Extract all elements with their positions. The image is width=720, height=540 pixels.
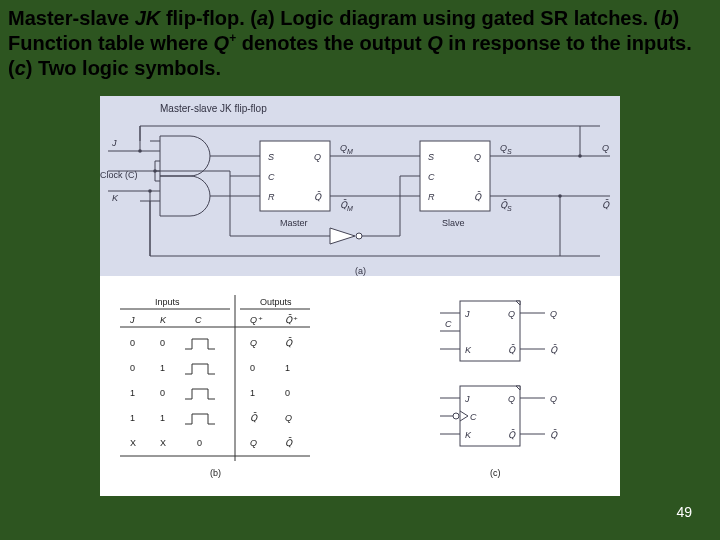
clock-pulse-icon bbox=[185, 339, 215, 349]
svg-text:0: 0 bbox=[197, 438, 202, 448]
svg-text:S: S bbox=[268, 152, 274, 162]
svg-point-34 bbox=[356, 233, 362, 239]
caption-c: (c) bbox=[490, 468, 501, 478]
svg-text:Q̄S: Q̄S bbox=[500, 199, 512, 212]
logic-symbols-c: J C K QQ Q̄Q̄ J C K QQ Q̄Q̄ (c) bbox=[400, 291, 600, 481]
header-outputs: Outputs bbox=[260, 297, 292, 307]
svg-text:Q: Q bbox=[250, 338, 257, 348]
table-row: 0 0 Q Q̄ bbox=[130, 337, 293, 349]
svg-text:Q: Q bbox=[550, 394, 557, 404]
svg-text:Q: Q bbox=[285, 413, 292, 423]
svg-text:1: 1 bbox=[130, 413, 135, 423]
clock-pulse-icon bbox=[185, 414, 215, 424]
svg-text:Q̄: Q̄ bbox=[250, 412, 258, 423]
clock-pulse-icon bbox=[185, 364, 215, 374]
svg-text:J: J bbox=[464, 394, 470, 404]
svg-text:0: 0 bbox=[160, 338, 165, 348]
svg-text:Q̄: Q̄ bbox=[508, 344, 516, 355]
svg-text:Q: Q bbox=[508, 309, 515, 319]
logic-diagram-a: Master-slave JK flip-flop J Clock (C) K bbox=[100, 96, 620, 276]
caption-a: (a) bbox=[355, 266, 366, 276]
svg-text:Q: Q bbox=[550, 309, 557, 319]
input-k: K bbox=[112, 193, 119, 203]
svg-text:1: 1 bbox=[285, 363, 290, 373]
svg-text:0: 0 bbox=[130, 338, 135, 348]
svg-text:K: K bbox=[160, 315, 167, 325]
svg-text:S: S bbox=[428, 152, 434, 162]
table-row: 1 0 1 0 bbox=[130, 388, 290, 399]
heading-text: Master-slave JK flip-flop. (a) Logic dia… bbox=[8, 7, 692, 79]
svg-text:Q: Q bbox=[508, 394, 515, 404]
svg-text:1: 1 bbox=[160, 363, 165, 373]
master-label: Master bbox=[280, 218, 308, 228]
svg-text:Q̄: Q̄ bbox=[285, 337, 293, 348]
slide-heading: Master-slave JK flip-flop. (a) Logic dia… bbox=[8, 6, 708, 81]
svg-text:1: 1 bbox=[160, 413, 165, 423]
header-inputs: Inputs bbox=[155, 297, 180, 307]
svg-text:C: C bbox=[445, 319, 452, 329]
svg-text:0: 0 bbox=[285, 388, 290, 398]
svg-text:1: 1 bbox=[250, 388, 255, 398]
input-clock: Clock (C) bbox=[100, 170, 138, 180]
svg-text:R: R bbox=[428, 192, 435, 202]
input-j: J bbox=[111, 138, 117, 148]
bubble-icon bbox=[453, 413, 459, 419]
svg-text:J: J bbox=[464, 309, 470, 319]
clock-pulse-icon bbox=[185, 389, 215, 399]
svg-text:C: C bbox=[428, 172, 435, 182]
slide-number: 49 bbox=[676, 504, 692, 520]
figure-panel: Master-slave JK flip-flop J Clock (C) K bbox=[100, 96, 620, 496]
svg-text:Q̄M: Q̄M bbox=[340, 199, 353, 212]
table-row: X X 0 Q Q̄ bbox=[130, 437, 293, 448]
svg-text:0: 0 bbox=[250, 363, 255, 373]
function-table-b: Inputs Outputs J K C Q⁺ Q̄⁺ 0 0 Q Q̄ bbox=[100, 291, 360, 481]
svg-text:0: 0 bbox=[130, 363, 135, 373]
table-row: 1 1 Q̄ Q bbox=[130, 412, 292, 424]
svg-text:0: 0 bbox=[160, 388, 165, 398]
svg-text:Q̄: Q̄ bbox=[474, 191, 482, 202]
svg-text:C: C bbox=[195, 315, 202, 325]
and-gate-top-icon bbox=[160, 136, 210, 176]
svg-text:1: 1 bbox=[130, 388, 135, 398]
svg-text:K: K bbox=[465, 430, 472, 440]
svg-text:Q⁺: Q⁺ bbox=[250, 315, 263, 325]
output-q: Q bbox=[602, 143, 609, 153]
table-row: 0 1 0 1 bbox=[130, 363, 290, 374]
inverter-icon bbox=[330, 228, 355, 244]
svg-text:Q̄: Q̄ bbox=[550, 344, 558, 355]
svg-text:Q̄: Q̄ bbox=[314, 191, 322, 202]
svg-text:Q̄⁺: Q̄⁺ bbox=[285, 314, 298, 325]
svg-text:X: X bbox=[130, 438, 136, 448]
svg-text:Q̄: Q̄ bbox=[550, 429, 558, 440]
svg-text:J: J bbox=[129, 315, 135, 325]
svg-text:Q: Q bbox=[314, 152, 321, 162]
svg-text:C: C bbox=[470, 412, 477, 422]
svg-text:Q: Q bbox=[250, 438, 257, 448]
svg-text:QS: QS bbox=[500, 143, 512, 155]
svg-text:Q: Q bbox=[474, 152, 481, 162]
svg-text:K: K bbox=[465, 345, 472, 355]
svg-text:R: R bbox=[268, 192, 275, 202]
svg-text:C: C bbox=[268, 172, 275, 182]
and-gate-bot-icon bbox=[160, 176, 210, 216]
svg-text:QM: QM bbox=[340, 143, 353, 155]
slave-label: Slave bbox=[442, 218, 465, 228]
caption-b: (b) bbox=[210, 468, 221, 478]
output-qbar: Q̄ bbox=[602, 199, 610, 210]
diagram-title: Master-slave JK flip-flop bbox=[160, 103, 267, 114]
svg-text:Q̄: Q̄ bbox=[508, 429, 516, 440]
slide: Master-slave JK flip-flop. (a) Logic dia… bbox=[0, 0, 720, 540]
svg-text:Q̄: Q̄ bbox=[285, 437, 293, 448]
svg-text:X: X bbox=[160, 438, 166, 448]
